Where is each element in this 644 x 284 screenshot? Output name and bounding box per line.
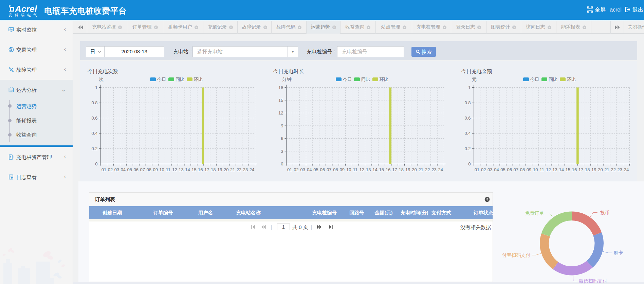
svg-text:03: 03 bbox=[300, 167, 305, 172]
svg-text:21: 21 bbox=[604, 167, 609, 172]
svg-text:11: 11 bbox=[353, 167, 358, 172]
svg-text:6: 6 bbox=[281, 136, 283, 141]
svg-text:投币: 投币 bbox=[600, 210, 610, 215]
svg-text:06: 06 bbox=[320, 167, 325, 172]
svg-text:今日: 今日 bbox=[157, 77, 166, 82]
svg-text:10: 10 bbox=[533, 167, 538, 172]
svg-text:23: 23 bbox=[617, 167, 622, 172]
svg-text:04: 04 bbox=[121, 167, 126, 172]
svg-text:0.4: 0.4 bbox=[91, 131, 97, 136]
svg-text:05: 05 bbox=[313, 167, 318, 172]
svg-text:13: 13 bbox=[179, 167, 183, 172]
svg-text:08: 08 bbox=[333, 167, 338, 172]
svg-text:20: 20 bbox=[224, 167, 228, 172]
svg-text:环比: 环比 bbox=[567, 77, 576, 82]
svg-text:同比: 同比 bbox=[361, 77, 370, 82]
svg-text:15: 15 bbox=[278, 98, 283, 103]
svg-text:07: 07 bbox=[140, 167, 145, 172]
svg-text:03: 03 bbox=[487, 167, 492, 172]
svg-text:19: 19 bbox=[217, 167, 222, 172]
svg-text:16: 16 bbox=[198, 167, 203, 172]
svg-text:15: 15 bbox=[379, 167, 384, 172]
svg-text:0.6: 0.6 bbox=[464, 116, 471, 121]
svg-text:16: 16 bbox=[572, 167, 576, 172]
svg-text:12: 12 bbox=[546, 167, 551, 172]
svg-text:12: 12 bbox=[172, 167, 177, 172]
svg-text:14: 14 bbox=[372, 167, 377, 172]
svg-text:同比: 同比 bbox=[549, 77, 557, 82]
svg-text:13: 13 bbox=[552, 167, 557, 172]
svg-text:安科瑞电气: 安科瑞电气 bbox=[8, 13, 40, 17]
svg-text:0: 0 bbox=[281, 161, 283, 166]
svg-text:02: 02 bbox=[294, 167, 298, 172]
svg-text:21: 21 bbox=[230, 167, 235, 172]
svg-text:08: 08 bbox=[520, 167, 525, 172]
svg-text:06: 06 bbox=[134, 167, 139, 172]
svg-text:免费订单: 免费订单 bbox=[525, 210, 544, 216]
svg-text:06: 06 bbox=[507, 167, 512, 172]
svg-text:09: 09 bbox=[527, 167, 531, 172]
svg-text:同比: 同比 bbox=[176, 77, 184, 82]
svg-text:今日: 今日 bbox=[530, 77, 539, 82]
svg-text:11: 11 bbox=[166, 167, 171, 172]
svg-text:19: 19 bbox=[591, 167, 596, 172]
svg-text:23: 23 bbox=[243, 167, 248, 172]
svg-text:03: 03 bbox=[114, 167, 119, 172]
svg-text:10: 10 bbox=[346, 167, 351, 172]
svg-text:17: 17 bbox=[392, 167, 397, 172]
svg-text:18: 18 bbox=[211, 167, 216, 172]
svg-text:¥: ¥ bbox=[10, 48, 12, 52]
svg-text:微信扫码支付: 微信扫码支付 bbox=[579, 278, 607, 284]
svg-text:17: 17 bbox=[204, 167, 209, 172]
svg-text:1: 1 bbox=[95, 85, 97, 90]
svg-text:1: 1 bbox=[468, 85, 471, 90]
svg-text:0.6: 0.6 bbox=[91, 116, 97, 121]
svg-text:07: 07 bbox=[327, 167, 331, 172]
svg-text:21: 21 bbox=[419, 167, 423, 172]
svg-text:01: 01 bbox=[287, 167, 292, 172]
svg-text:22: 22 bbox=[425, 167, 430, 172]
svg-text:01: 01 bbox=[475, 167, 479, 172]
svg-text:12: 12 bbox=[360, 167, 364, 172]
svg-text:0.2: 0.2 bbox=[91, 146, 97, 151]
svg-text:08: 08 bbox=[146, 167, 151, 172]
svg-text:11: 11 bbox=[539, 167, 544, 172]
svg-text:付宝扫码支付: 付宝扫码支付 bbox=[502, 252, 530, 258]
svg-text:15: 15 bbox=[191, 167, 196, 172]
svg-text:09: 09 bbox=[340, 167, 345, 172]
svg-text:0.8: 0.8 bbox=[464, 100, 471, 105]
svg-text:20: 20 bbox=[412, 167, 417, 172]
svg-text:22: 22 bbox=[237, 167, 241, 172]
svg-text:07: 07 bbox=[513, 167, 518, 172]
svg-text:20: 20 bbox=[598, 167, 603, 172]
svg-text:14: 14 bbox=[185, 167, 190, 172]
svg-text:18: 18 bbox=[399, 167, 404, 172]
svg-text:04: 04 bbox=[494, 167, 499, 172]
svg-text:Acrel: Acrel bbox=[15, 4, 37, 14]
svg-text:16: 16 bbox=[386, 167, 390, 172]
svg-text:02: 02 bbox=[108, 167, 113, 172]
svg-text:01: 01 bbox=[102, 167, 106, 172]
svg-text:14: 14 bbox=[559, 167, 564, 172]
svg-text:22: 22 bbox=[611, 167, 615, 172]
svg-text:12: 12 bbox=[278, 110, 283, 116]
svg-text:0: 0 bbox=[468, 161, 471, 166]
svg-text:18: 18 bbox=[278, 85, 283, 90]
svg-text:9: 9 bbox=[281, 123, 283, 128]
svg-text:刷卡: 刷卡 bbox=[614, 250, 623, 255]
svg-text:04: 04 bbox=[307, 167, 312, 172]
svg-text:0.2: 0.2 bbox=[464, 146, 471, 151]
svg-text:环比: 环比 bbox=[194, 77, 203, 82]
svg-text:17: 17 bbox=[578, 167, 583, 172]
svg-text:18: 18 bbox=[585, 167, 590, 172]
svg-text:24: 24 bbox=[624, 167, 628, 172]
svg-text:0.8: 0.8 bbox=[91, 100, 97, 105]
svg-text:19: 19 bbox=[405, 167, 410, 172]
svg-text:次: 次 bbox=[99, 76, 104, 82]
svg-text:0: 0 bbox=[95, 161, 97, 166]
svg-text:05: 05 bbox=[127, 167, 132, 172]
svg-text:02: 02 bbox=[481, 167, 486, 172]
svg-text:23: 23 bbox=[431, 167, 436, 172]
svg-text:05: 05 bbox=[500, 167, 505, 172]
svg-text:3: 3 bbox=[281, 149, 283, 154]
